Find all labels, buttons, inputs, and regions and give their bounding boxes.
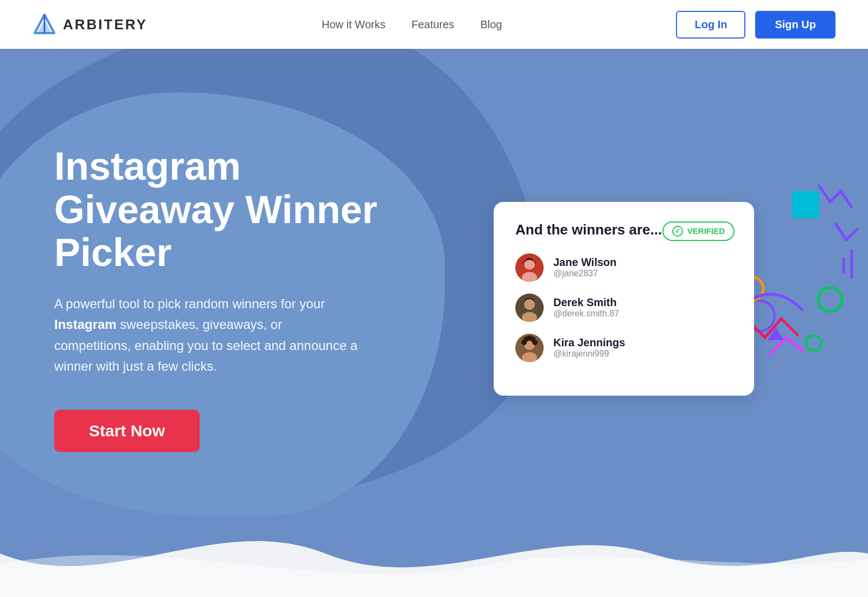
hero-left: Instagram Giveaway Winner Picker A power…: [54, 145, 423, 452]
avatar-2: [515, 294, 544, 322]
winner-name-1: Jane Wilson: [553, 256, 617, 269]
hero-right: And the winners are... ✓ VERIFIED: [423, 202, 825, 396]
start-now-button[interactable]: Start Now: [54, 410, 200, 452]
nav-actions: Log In Sign Up: [676, 11, 835, 39]
logo[interactable]: ARBITERY: [33, 12, 148, 36]
nav-how-it-works[interactable]: How it Works: [322, 18, 385, 31]
winner-info-3: Kira Jennings @kirajenni999: [553, 336, 625, 359]
avatar-1: [515, 253, 544, 282]
login-button[interactable]: Log In: [676, 11, 745, 39]
winner-info-2: Derek Smith @derek.smith.87: [553, 296, 619, 319]
nav-blog[interactable]: Blog: [480, 18, 502, 31]
winner-handle-3: @kirajenni999: [553, 349, 625, 359]
logo-icon: [33, 12, 56, 36]
winner-item-3: Kira Jennings @kirajenni999: [515, 334, 732, 362]
hero-section: Instagram Giveaway Winner Picker A power…: [0, 49, 868, 597]
svg-marker-7: [768, 327, 784, 340]
hero-description: A powerful tool to pick random winners f…: [54, 294, 358, 377]
verified-label: VERIFIED: [687, 226, 725, 236]
hero-content: Instagram Giveaway Winner Picker A power…: [0, 49, 868, 537]
svg-rect-3: [792, 191, 819, 218]
navbar: ARBITERY How it Works Features Blog Log …: [0, 0, 868, 49]
svg-point-24: [532, 340, 538, 345]
winner-handle-2: @derek.smith.87: [553, 309, 619, 319]
verified-badge: ✓ VERIFIED: [662, 221, 735, 241]
svg-point-15: [524, 299, 535, 310]
svg-point-4: [818, 288, 842, 312]
winner-handle-1: @jane2837: [553, 269, 617, 278]
winner-item-2: Derek Smith @derek.smith.87: [515, 294, 732, 322]
winner-name-2: Derek Smith: [553, 296, 619, 309]
svg-point-8: [806, 335, 821, 351]
hero-title: Instagram Giveaway Winner Picker: [54, 145, 423, 274]
winner-name-3: Kira Jennings: [553, 336, 625, 349]
winner-info-1: Jane Wilson @jane2837: [553, 256, 617, 278]
brand-name: ARBITERY: [63, 16, 148, 33]
winner-card: And the winners are... ✓ VERIFIED: [494, 202, 754, 396]
signup-button[interactable]: Sign Up: [755, 11, 835, 39]
avatar-3: [515, 334, 544, 362]
nav-features[interactable]: Features: [411, 18, 454, 31]
check-circle-icon: ✓: [672, 226, 683, 237]
winner-item-1: Jane Wilson @jane2837: [515, 253, 732, 282]
nav-links: How it Works Features Blog: [322, 18, 502, 31]
